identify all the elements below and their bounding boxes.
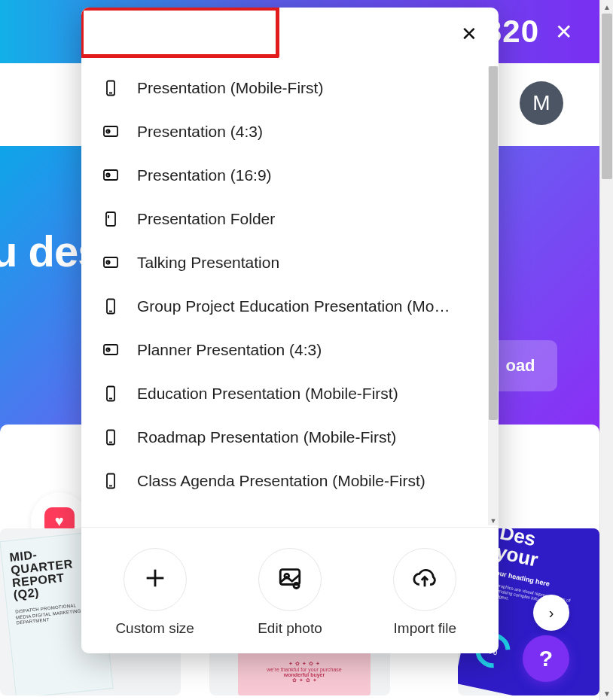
search-input[interactable]	[131, 23, 443, 45]
import-file-button[interactable]: Import file	[361, 548, 489, 637]
photo-icon	[277, 565, 303, 594]
custom-size-button[interactable]: Custom size	[91, 548, 219, 637]
suggestions-scrollbar[interactable]: ▼	[488, 66, 499, 525]
mobile-icon	[101, 384, 120, 403]
suggestion-label: Planner Presentation (4:3)	[137, 341, 468, 359]
suggestion-label: Presentation (Mobile-First)	[137, 79, 468, 97]
suggestion-item[interactable]: Planner Presentation (4:3)	[81, 328, 488, 372]
avatar[interactable]: M	[520, 81, 563, 125]
plus-icon	[142, 565, 168, 594]
close-icon: ✕	[461, 23, 477, 45]
suggestion-label: Class Agenda Presentation (Mobile-First)	[137, 472, 468, 490]
question-icon: ?	[539, 646, 553, 671]
svg-line-1	[111, 35, 114, 38]
suggestion-label: Presentation (4:3)	[137, 123, 468, 141]
page-scrollbar[interactable]: ▲ ▼	[599, 0, 613, 700]
presentation-icon	[101, 253, 120, 272]
scrollbar-thumb[interactable]	[489, 66, 498, 420]
suggestion-item[interactable]: Class Agenda Presentation (Mobile-First)	[81, 459, 488, 503]
suggestion-item[interactable]: Roadmap Presentation (Mobile-First)	[81, 415, 488, 459]
scrollbar-down-arrow[interactable]: ▼	[488, 516, 499, 526]
edit-photo-button[interactable]: Edit photo	[226, 548, 354, 637]
search-bar: ✕	[81, 8, 499, 60]
presentation-icon	[101, 166, 120, 185]
custom-size-label: Custom size	[115, 620, 194, 637]
scrollbar-down-arrow[interactable]: ▼	[600, 686, 613, 700]
folder-icon	[101, 209, 120, 229]
suggestion-item[interactable]: Presentation (16:9)	[81, 154, 488, 197]
search-dropdown-panel: ✕ Presentation (Mobile-First)Presentatio…	[81, 8, 499, 653]
suggestion-label: Presentation Folder	[137, 210, 468, 228]
suggestion-item[interactable]: Presentation (4:3)	[81, 110, 488, 154]
mobile-icon	[101, 428, 120, 447]
edit-photo-label: Edit photo	[258, 620, 322, 637]
mobile-icon	[101, 78, 120, 98]
search-icon	[98, 22, 117, 47]
search-suggestions-list: Presentation (Mobile-First)Presentation …	[81, 66, 488, 530]
suggestion-label: Roadmap Presentation (Mobile-First)	[137, 428, 468, 446]
suggestion-label: Talking Presentation	[137, 254, 468, 272]
suggestion-item[interactable]: Education Presentation (Mobile-First)	[81, 372, 488, 415]
suggestion-item[interactable]: Presentation (Mobile-First)	[81, 66, 488, 110]
svg-rect-8	[106, 212, 115, 226]
search-clear-button[interactable]: ✕	[456, 18, 482, 50]
upload-label-fragment: oad	[505, 356, 535, 376]
import-file-label: Import file	[394, 620, 456, 637]
pink-card-preview: ✦✿✦✿✦ we're thankful for your purchase w…	[238, 649, 371, 695]
avatar-initial: M	[532, 91, 550, 115]
mobile-icon	[101, 471, 120, 491]
suggestion-label: Group Project Education Presentation (Mo…	[137, 297, 468, 315]
upload-cloud-icon	[412, 565, 438, 594]
suggestion-label: Presentation (16:9)	[137, 166, 468, 184]
suggestion-item[interactable]: Talking Presentation	[81, 241, 488, 285]
help-button[interactable]: ?	[523, 635, 569, 682]
suggestion-label: Education Presentation (Mobile-First)	[137, 385, 468, 403]
svg-point-0	[101, 24, 112, 35]
scrollbar-up-arrow[interactable]: ▲	[600, 0, 613, 14]
suggestion-item[interactable]: Presentation Folder	[81, 197, 488, 241]
carousel-next-button[interactable]: ›	[533, 595, 569, 631]
suggestion-item[interactable]: Group Project Education Presentation (Mo…	[81, 285, 488, 328]
close-icon: ✕	[555, 20, 572, 44]
presentation-icon	[101, 122, 120, 142]
presentation-icon	[101, 340, 120, 360]
scrollbar-thumb[interactable]	[602, 14, 612, 179]
mobile-icon	[101, 297, 120, 316]
promo-close-button[interactable]: ✕	[550, 18, 577, 45]
chevron-right-icon: ›	[549, 604, 554, 622]
search-actions-row: Custom size Edit photo Import file	[81, 527, 499, 653]
